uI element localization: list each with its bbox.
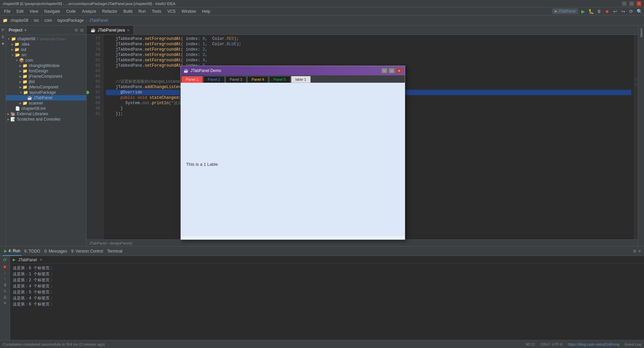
toolbar-btn-4[interactable]: ⟳ <box>628 8 635 15</box>
tree-idea[interactable]: ▶ 📁 .idea <box>6 42 86 47</box>
event-log[interactable]: Event Log <box>625 342 641 346</box>
run-output[interactable]: 这是第：6 个标签页： 这是第：1 个标签页： 这是第：2 个标签页： 这是第：… <box>10 264 644 340</box>
settings-icon[interactable]: ⚙ <box>633 249 637 254</box>
tree-layoutpackage[interactable]: ▼ 📁 layoutPackage <box>6 90 86 95</box>
tree-external-libraries[interactable]: ▶ 📚 External Libraries <box>6 111 86 117</box>
tab-messages[interactable]: 0: Messages <box>43 247 68 256</box>
demo-tab-panel5[interactable]: Panel 5 <box>269 76 290 83</box>
demo-close[interactable]: ✕ <box>396 68 402 73</box>
line-77: 77 <box>87 36 103 42</box>
toolbar-btn-3[interactable]: ↪ <box>620 8 627 15</box>
wrap-toggle[interactable]: ⏸ <box>3 283 7 287</box>
menu-view[interactable]: View <box>27 8 41 14</box>
tab-jtabpanel[interactable]: ☕ JTabPanel.java ✕ <box>87 26 134 34</box>
tree-com[interactable]: ▼ 📦 com <box>6 58 86 63</box>
demo-tab-lable1[interactable]: lable 1 <box>291 76 311 83</box>
menu-refactor[interactable]: Refactor <box>100 8 120 14</box>
status-bar: Compilation completed successfully in 91… <box>0 340 644 348</box>
expand-arrow: ▶ <box>19 64 21 67</box>
toolbar-btn-1[interactable]: ⏸ <box>596 8 602 15</box>
menu-vcs[interactable]: VCS <box>165 8 178 14</box>
tab-todo[interactable]: 6: TODO <box>23 247 42 256</box>
close-button[interactable]: ✕ <box>637 1 641 6</box>
tree-jtabpanel[interactable]: ☕ JTabPanel <box>6 95 86 100</box>
run-tab-close[interactable]: ✕ <box>40 258 42 262</box>
menu-tools[interactable]: Tools <box>149 8 164 14</box>
demo-tab-panel3[interactable]: Panel 3 <box>225 76 247 83</box>
run-config-tab[interactable]: JTabPanel <box>18 258 37 262</box>
maximize-button[interactable]: □ <box>629 1 634 6</box>
scroll-to-end[interactable]: ↓ <box>4 271 6 275</box>
menu-window[interactable]: Window <box>179 8 199 14</box>
fold-icon[interactable]: ▽ <box>634 78 638 83</box>
tab-terminal[interactable]: Terminal <box>106 247 123 256</box>
breadcrumb-com[interactable]: com <box>44 18 52 23</box>
scroll-up[interactable]: ↑ <box>4 277 6 281</box>
stop-run-button[interactable]: ■ <box>3 264 6 269</box>
toolbar-btn-2[interactable]: ↩ <box>612 8 619 15</box>
status-encoding[interactable]: CRLF: UTF-8 <box>540 342 562 346</box>
tab-close-button[interactable]: ✕ <box>127 28 129 32</box>
title-text: chapter08 [E:\javaproject\chapter08] - .… <box>3 2 175 6</box>
tree-scratches[interactable]: ▶ 📝 Scratches and Consoles <box>6 117 86 122</box>
tree-jlist[interactable]: ▶ 📁 jlist <box>6 79 86 84</box>
tree-iml[interactable]: 📄 chapter08.iml <box>6 106 86 111</box>
close-output[interactable]: ✕ <box>3 301 7 305</box>
tree-out[interactable]: ▶ 📁 out <box>6 47 86 52</box>
menu-run[interactable]: Run <box>136 8 149 14</box>
run-config[interactable]: ▶ JTabPanel <box>552 8 578 14</box>
tree-changingwindow[interactable]: ▶ 📁 changingWindow <box>6 63 86 68</box>
breadcrumb-layoutpackage[interactable]: layoutPackage <box>57 18 84 23</box>
menu-file[interactable]: File <box>1 8 13 14</box>
demo-maximize[interactable]: □ <box>389 68 395 73</box>
search-everywhere[interactable]: 🔍 <box>636 8 643 15</box>
print-button[interactable]: 🖨 <box>3 295 7 299</box>
expand-arrow: ▼ <box>15 59 18 62</box>
demo-tab-panel2[interactable]: Panel 2 <box>203 76 224 83</box>
maven-icon[interactable]: Maven <box>640 28 643 37</box>
tree-jframecomponent[interactable]: ▶ 📁 jFrameComponent <box>6 74 86 79</box>
menu-code[interactable]: Code <box>63 8 78 14</box>
demo-tab-panel1[interactable]: Panel 1 <box>181 76 203 83</box>
breadcrumb-jtabpanel[interactable]: JTabPanel <box>89 18 108 23</box>
tree-item-label: layoutPackage <box>30 90 56 95</box>
breadcrumb: 📁 chapter08 › src › com › layoutPackage … <box>3 18 108 23</box>
gear-icon[interactable]: ⚙ <box>74 28 78 32</box>
minimize-button[interactable]: ─ <box>622 1 627 6</box>
menu-navigate[interactable]: Navigate <box>42 8 63 14</box>
line-81: 81 <box>87 58 103 63</box>
output-line-4: 这是第：4 个标签页： <box>13 283 641 289</box>
tree-scanner[interactable]: ▶ 📁 scanner <box>6 100 86 106</box>
tree-jmenucomponet[interactable]: ▶ 📁 jMenuComponet <box>6 84 86 90</box>
tab-run[interactable]: ▶ 4: Run <box>3 247 21 256</box>
run-button[interactable]: ▶ <box>580 8 586 15</box>
tree-fontdesign[interactable]: ▶ 📁 fontDesign <box>6 68 86 74</box>
breadcrumb-src[interactable]: src <box>34 18 39 23</box>
status-url[interactable]: https://blog.csdn.net/u014jFeng <box>568 342 620 346</box>
menu-analyze[interactable]: Analyze <box>79 8 99 14</box>
breadcrumb-chapter08[interactable]: chapter08 <box>10 18 28 23</box>
tab-vcs[interactable]: 9: Version Control <box>70 247 104 256</box>
tree-item-label: chapter08.iml <box>21 106 46 111</box>
fold-icon[interactable]: ▽ <box>634 83 638 88</box>
tree-root-chapter08[interactable]: ▼ 📁 chapter08 E:\javaproject\chap... <box>6 36 86 42</box>
rerun-button[interactable]: ⟳ <box>3 257 7 263</box>
menu-build[interactable]: Build <box>121 8 135 14</box>
demo-tab-panel4[interactable]: Panel 4 <box>247 76 268 83</box>
favorites-icon[interactable]: ★ <box>1 42 5 46</box>
structure-icon[interactable]: S <box>2 35 4 39</box>
demo-minimize[interactable]: ─ <box>381 68 387 73</box>
debug-button[interactable]: 🐛 <box>588 8 594 15</box>
close-panel-icon[interactable]: ✕ <box>638 249 641 254</box>
project-icon[interactable]: P <box>2 28 4 32</box>
status-position[interactable]: 90:12 <box>526 342 535 346</box>
menu-edit[interactable]: Edit <box>14 8 26 14</box>
gutter: ▽ ▽ <box>634 35 638 239</box>
soft-wrap[interactable]: ≡ <box>4 289 6 293</box>
expand-icon[interactable]: ⊞ <box>80 28 84 32</box>
menu-help[interactable]: Help <box>199 8 213 14</box>
project-dropdown[interactable]: ▾ <box>24 28 26 32</box>
tree-item-label: jlist <box>29 79 35 84</box>
stop-button[interactable]: ■ <box>604 8 610 15</box>
tree-src[interactable]: ▼ 📂 src <box>6 52 86 58</box>
